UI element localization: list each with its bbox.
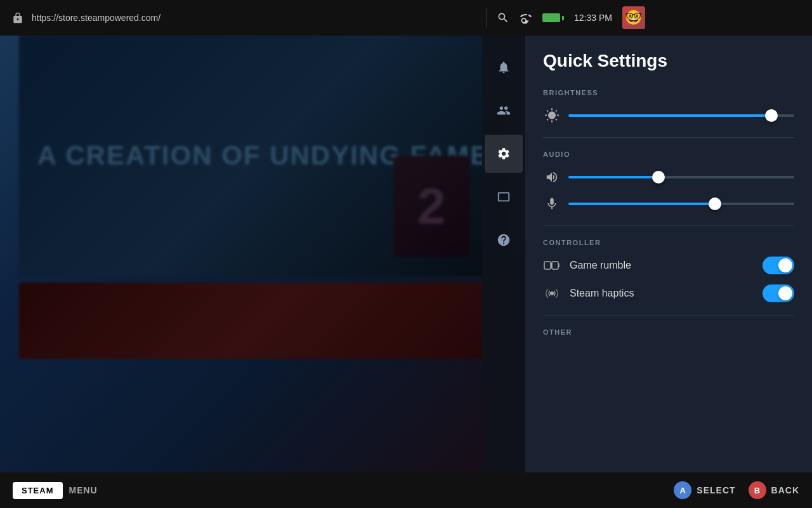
sidebar-item-help[interactable]: [485, 221, 523, 259]
audio-label: AUDIO: [543, 150, 794, 158]
quick-settings-panel: Quick Settings BRIGHTNESS AUDIO: [525, 36, 812, 508]
bg-hero-card: [393, 156, 469, 257]
back-label: BACK: [771, 485, 799, 495]
a-button[interactable]: A: [674, 481, 691, 499]
controller-divider: [543, 315, 794, 316]
svg-rect-0: [544, 262, 551, 269]
time-display: 12:33 PM: [574, 13, 612, 23]
game-rumble-label: Game rumble: [570, 260, 754, 271]
bottom-bar: STEAM MENU A SELECT B BACK: [0, 472, 812, 508]
steam-haptics-icon: [543, 284, 561, 302]
svg-rect-2: [552, 262, 558, 269]
b-button[interactable]: B: [749, 481, 766, 499]
volume-icon: [543, 168, 561, 186]
sidebar-item-friends[interactable]: [485, 91, 523, 130]
mic-track[interactable]: [568, 203, 794, 205]
mic-slider-row: [543, 195, 794, 213]
steam-haptics-label: Steam haptics: [570, 288, 754, 299]
steam-haptics-row: Steam haptics: [543, 284, 794, 302]
steam-button-group[interactable]: STEAM MENU: [13, 482, 98, 499]
controller-label: CONTROLLER: [543, 239, 794, 246]
steam-haptics-toggle[interactable]: [763, 284, 794, 302]
game-rumble-row: Game rumble: [543, 257, 794, 274]
game-rumble-toggle[interactable]: [763, 257, 794, 274]
separator: [486, 8, 487, 27]
quick-settings-title: Quick Settings: [543, 51, 794, 71]
battery-icon: [542, 13, 564, 22]
mic-thumb: [709, 197, 721, 210]
avatar-image: 🤓: [625, 10, 642, 26]
svg-rect-3: [551, 263, 552, 268]
background-area: FEATURED & RECOMMENDED BROWSE BY GENRE N…: [0, 0, 527, 508]
back-action: B BACK: [749, 481, 799, 499]
volume-fill: [568, 176, 658, 178]
brightness-slider-row: [543, 107, 794, 124]
select-label: SELECT: [697, 485, 735, 495]
battery-body: [542, 13, 560, 22]
bg-bottom-banner: [19, 283, 508, 359]
system-icons: 12:33 PM 🤓: [497, 6, 645, 29]
brightness-icon: [543, 107, 561, 124]
sidebar-item-settings[interactable]: [485, 135, 523, 173]
brightness-label: BRIGHTNESS: [543, 89, 794, 97]
system-bar: https://store.steampowered.com/ 12:33 PM…: [0, 0, 812, 36]
brightness-divider: [543, 137, 794, 138]
game-rumble-icon: [543, 257, 561, 274]
sidebar: [482, 36, 525, 508]
bottom-actions: A SELECT B BACK: [674, 481, 799, 499]
broadcast-icon[interactable]: [520, 11, 532, 24]
sidebar-item-notifications[interactable]: [485, 48, 523, 86]
volume-track[interactable]: [568, 176, 794, 178]
brightness-fill: [568, 114, 771, 117]
mic-fill: [568, 203, 715, 205]
volume-thumb: [652, 171, 665, 184]
search-icon[interactable]: [497, 11, 509, 24]
audio-divider: [543, 225, 794, 226]
select-action: A SELECT: [674, 481, 735, 499]
url-bar: https://store.steampowered.com/: [32, 13, 476, 23]
battery-tip: [562, 16, 564, 20]
lock-icon: [10, 10, 25, 25]
avatar[interactable]: 🤓: [622, 6, 645, 29]
menu-label: MENU: [69, 485, 98, 495]
volume-slider-row: [543, 168, 794, 186]
brightness-track[interactable]: [568, 114, 794, 117]
bg-hero: A CREATION OF UNDYING FAME: [19, 35, 508, 276]
mic-icon: [543, 195, 561, 213]
other-label: OTHER: [543, 328, 794, 336]
sidebar-item-display[interactable]: [485, 178, 523, 216]
brightness-thumb: [765, 109, 778, 122]
steam-button[interactable]: STEAM: [13, 482, 63, 499]
svg-point-6: [550, 291, 554, 295]
